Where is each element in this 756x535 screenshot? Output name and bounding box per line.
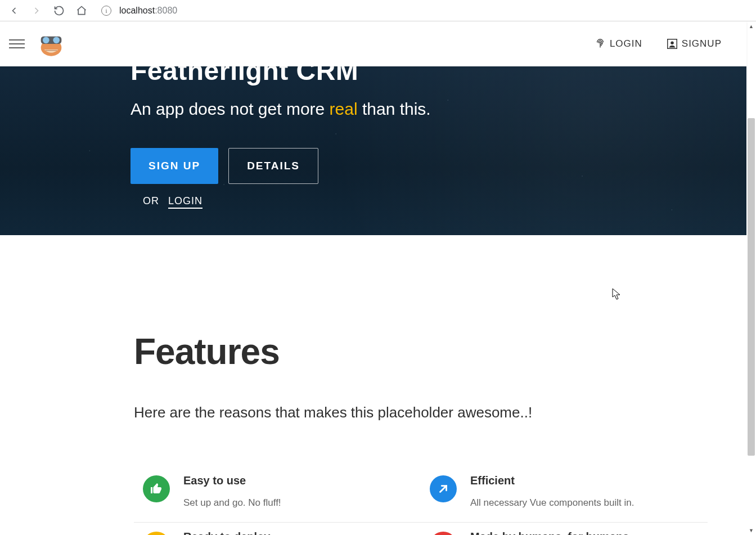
feature-title: Easy to use: [183, 474, 281, 487]
page-scrollbar[interactable]: ▲ ▼: [746, 21, 756, 535]
forward-button[interactable]: [29, 3, 44, 18]
reload-button[interactable]: [52, 3, 66, 18]
portrait-icon: [666, 38, 678, 50]
details-button[interactable]: DETAILS: [228, 148, 318, 184]
login-link[interactable]: LOGIN: [594, 38, 642, 50]
signup-label: SIGNUP: [682, 38, 722, 50]
back-button[interactable]: [7, 3, 21, 18]
features-section: Features Here are the reasons that makes…: [0, 235, 746, 535]
address-bar[interactable]: localhost:8080: [119, 6, 177, 16]
site-info-icon[interactable]: i: [101, 6, 111, 16]
features-heading: Features: [134, 331, 708, 372]
feature-desc: All necessary Vue components built in.: [470, 497, 634, 509]
thumb-up-icon: [143, 475, 170, 502]
features-lead: Here are the reasons that makes this pla…: [134, 404, 708, 421]
browser-chrome: i localhost:8080: [0, 0, 756, 21]
signup-button[interactable]: SIGN UP: [130, 148, 218, 184]
feature-item: Easy to useSet up and go. No fluff!: [134, 466, 421, 523]
scroll-down-icon[interactable]: ▼: [746, 525, 756, 535]
hero-section: Featherlight CRM An app does not get mor…: [0, 66, 746, 235]
feature-title: Made by humans, for humans.: [470, 530, 632, 535]
rocket-icon: [143, 532, 170, 535]
feature-item: EfficientAll necessary Vue components bu…: [421, 466, 708, 523]
feature-item: Made by humans, for humans.: [421, 523, 708, 535]
url-port: :8080: [155, 6, 177, 15]
fingerprint-icon: [594, 38, 606, 50]
login-label: LOGIN: [610, 38, 642, 50]
feature-item: Ready to deploy: [134, 523, 421, 535]
feature-title: Ready to deploy: [183, 530, 270, 535]
svg-point-2: [43, 37, 50, 44]
home-button[interactable]: [74, 3, 89, 18]
signup-link[interactable]: SIGNUP: [666, 38, 722, 50]
hero-tagline: An app does not get more real than this.: [130, 100, 746, 119]
menu-button[interactable]: [9, 36, 25, 52]
heart-icon: [430, 532, 457, 535]
url-host: localhost: [119, 6, 155, 15]
svg-point-5: [670, 41, 674, 44]
app-logo[interactable]: [37, 30, 65, 58]
feature-desc: Set up and go. No fluff!: [183, 497, 281, 509]
hero-login-link[interactable]: LOGIN: [168, 195, 202, 209]
arrow-top-right-icon: [430, 475, 457, 502]
scroll-up-icon[interactable]: ▲: [746, 21, 756, 31]
feature-title: Efficient: [470, 474, 634, 487]
or-login-row: OR LOGIN: [130, 195, 746, 207]
scroll-thumb[interactable]: [748, 118, 755, 456]
svg-point-3: [53, 37, 60, 44]
app-header: LOGIN SIGNUP: [0, 21, 746, 66]
viewport: LOGIN SIGNUP Featherlight CRM An app doe…: [0, 21, 756, 535]
